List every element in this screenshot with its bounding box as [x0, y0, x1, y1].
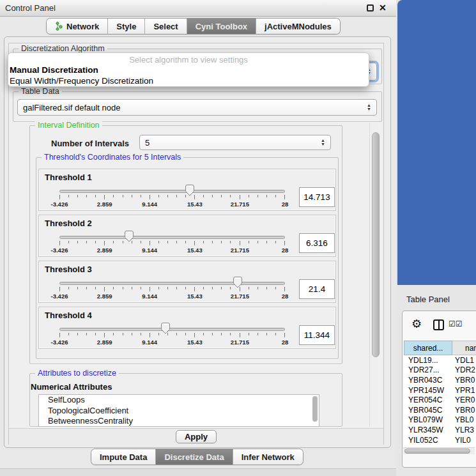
cell-shared-name: YIL052C [404, 436, 455, 445]
cell-shared-name: YBR043C [404, 376, 455, 385]
tab-label: Cyni Toolbox [196, 22, 247, 31]
algorithm-option[interactable]: Equal Width/Frequency Discretization [8, 76, 369, 87]
table-row[interactable]: YLR345WYLR3 [404, 425, 476, 435]
threshold-label: Threshold 4 [45, 311, 92, 320]
slider-track [59, 282, 285, 285]
checkboxes-icon[interactable]: ☑☑ [449, 319, 463, 328]
network-window: GAL80GACGAL11GAL4GCY1HHAP2 [397, 0, 476, 285]
bottom-tab-bar: Impute DataDiscretize DataInfer Network [91, 449, 303, 464]
panel-scrollbar-thumb[interactable] [372, 132, 380, 357]
slider-thumb[interactable] [161, 323, 170, 334]
table-row[interactable]: YBR045CYBR0 [404, 405, 476, 415]
table-row[interactable]: YBL079WYBL0 [404, 415, 476, 426]
stepper-icon: ▲ ▼ [317, 139, 325, 146]
table-panel-title: Table Panel [406, 295, 450, 304]
split-line [438, 321, 440, 329]
threshold-slider[interactable]: -3.4262.8599.14415.4321.71528 [59, 231, 285, 256]
slider-tick-labels: -3.4262.8599.14415.4321.71528 [59, 201, 285, 208]
column-header-shared-name[interactable]: shared... [404, 341, 452, 355]
cell-name: YBR0 [455, 406, 475, 415]
tab-network[interactable]: Network [47, 19, 108, 34]
control-panel: Control Panel ✕ NetworkStyleSelectCyni T… [0, 0, 396, 476]
table-body: YDL19...YDL1YDR27...YDR2YBR043CYBR0YPR14… [404, 355, 476, 447]
table-row[interactable]: YBR043CYBR0 [404, 375, 476, 385]
numerical-attributes-list[interactable]: SelfLoopsTopologicalCoefficientBetweenne… [38, 394, 319, 427]
threshold-value-input[interactable]: 6.316 [299, 233, 335, 253]
tab-label: Network [66, 22, 99, 31]
tab-cyni-toolbox[interactable]: Cyni Toolbox [187, 19, 256, 34]
table-row[interactable]: YPR145WYPR1 [404, 385, 476, 395]
cell-shared-name: YLR345W [404, 426, 455, 434]
table-hscrollbar-track[interactable] [403, 447, 475, 454]
split-column-icon[interactable] [433, 319, 444, 330]
cell-name: YER0 [455, 395, 475, 404]
dropdown-items: Manual DiscretizationEqual Width/Frequen… [8, 65, 369, 86]
tab-discretize-data[interactable]: Discretize Data [156, 449, 233, 464]
threshold-value-input[interactable]: 11.344 [299, 325, 335, 345]
panel-scrollbar-track[interactable] [369, 123, 382, 427]
cell-name: YPR1 [455, 386, 475, 395]
threshold-row: Threshold 2-3.4262.8599.14415.4321.71528… [38, 215, 336, 257]
table-row[interactable]: YDR27...YDR2 [404, 365, 476, 376]
num-intervals-combobox[interactable]: 5 ▲ ▼ [139, 135, 331, 150]
table-data-combobox[interactable]: galFiltered.sif default node ▲ ▼ [17, 99, 377, 116]
slider-ticks [59, 333, 285, 338]
tab-label: Impute Data [100, 452, 147, 462]
threshold-row: Threshold 4-3.4262.8599.14415.4321.71528… [38, 307, 336, 349]
stepper-down-icon: ▼ [367, 107, 371, 111]
threshold-slider[interactable]: -3.4262.8599.14415.4321.71528 [59, 277, 285, 302]
num-intervals-label: Number of Intervals [51, 139, 129, 148]
attribute-item[interactable]: BetweennessCentrality [39, 416, 319, 427]
threshold-value-input[interactable]: 21.4 [299, 279, 335, 299]
algorithm-dropdown-popup: Select algorithm to view settings Manual… [8, 52, 369, 87]
tab-style[interactable]: Style [108, 19, 145, 34]
cell-name: YIL0 [455, 436, 471, 445]
slider-tick-labels: -3.4262.8599.14415.4321.71528 [59, 247, 285, 254]
cell-shared-name: YDR27... [404, 365, 455, 374]
table-row[interactable]: YIL052CYIL0 [404, 435, 476, 445]
apply-button[interactable]: Apply [176, 430, 217, 443]
slider-tick-labels: -3.4262.8599.14415.4321.71528 [59, 293, 285, 300]
attributes-scrollbar[interactable] [312, 396, 318, 422]
tab-label: Discretize Data [164, 452, 224, 462]
stepper-icon: ▲ ▼ [363, 104, 371, 111]
table-data-selected: galFiltered.sif default node [23, 103, 120, 112]
top-tab-bar: NetworkStyleSelectCyni ToolboxjActiveMNo… [47, 19, 340, 34]
slider-track [59, 328, 285, 331]
threshold-slider[interactable]: -3.4262.8599.14415.4321.71528 [59, 185, 285, 210]
threshold-value-input[interactable]: 14.713 [299, 187, 335, 207]
slider-thumb[interactable] [125, 231, 134, 242]
slider-track [59, 236, 285, 239]
apply-strip: Apply [9, 428, 383, 445]
tab-infer-network[interactable]: Infer Network [233, 449, 303, 464]
slider-thumb[interactable] [185, 185, 194, 196]
gear-icon[interactable]: ⚙ [411, 318, 422, 330]
table-row[interactable]: YDL19...YDL1 [404, 355, 476, 365]
slider-thumb[interactable] [233, 277, 242, 288]
attribute-item[interactable]: TopologicalCoefficient [39, 406, 319, 417]
cell-name: YLR3 [455, 426, 474, 434]
group-title: Threshold's Coordinates for 5 Intervals [42, 153, 183, 162]
cell-shared-name: YBL079W [404, 415, 455, 424]
float-window-icon[interactable] [367, 4, 374, 12]
threshold-slider[interactable]: -3.4262.8599.14415.4321.71528 [59, 323, 285, 348]
tab-jactivemnodules[interactable]: jActiveMNodules [256, 19, 340, 34]
dropdown-prompt: Select algorithm to view settings [8, 55, 369, 65]
tab-select[interactable]: Select [145, 19, 187, 34]
table-row[interactable]: YER054CYER0 [404, 395, 476, 405]
tab-impute-data[interactable]: Impute Data [91, 449, 156, 464]
threshold-label: Threshold 2 [45, 219, 92, 228]
panel-title: Control Panel [5, 0, 56, 16]
table-hscrollbar-thumb[interactable] [404, 449, 470, 454]
close-icon[interactable]: ✕ [379, 0, 387, 16]
column-header-name[interactable]: name [452, 341, 476, 355]
algorithm-option[interactable]: Manual Discretization [8, 65, 369, 76]
slider-track [59, 190, 285, 193]
tab-label: Style [116, 22, 136, 31]
attribute-item[interactable]: SelfLoops [39, 395, 319, 406]
group-title: Table Data [19, 87, 62, 96]
threshold-list: Threshold 1-3.4262.8599.14415.4321.71528… [38, 169, 336, 349]
cell-shared-name: YDL19... [404, 356, 455, 365]
cell-name: YDL1 [455, 356, 474, 365]
threshold-label: Threshold 1 [45, 173, 92, 182]
